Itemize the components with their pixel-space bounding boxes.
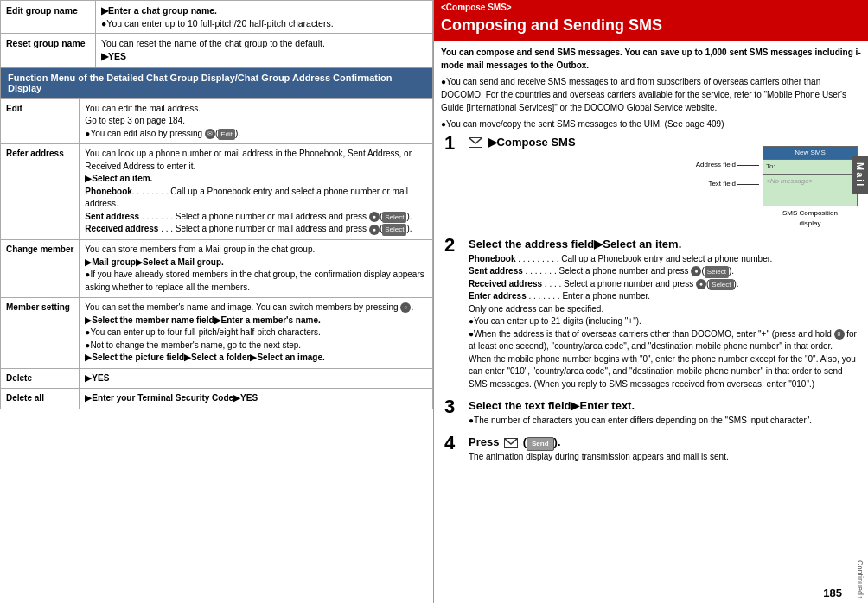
sms-screen: New SMS To: <No message> bbox=[763, 146, 858, 206]
rp-header-tag: <Compose SMS> bbox=[434, 0, 868, 15]
bullet-2: ●You can move/copy the sent SMS messages… bbox=[441, 117, 861, 130]
table-row: Delete ▶YES bbox=[1, 368, 433, 389]
text-line bbox=[737, 184, 759, 185]
row-label: Refer address bbox=[1, 144, 80, 240]
row-content: You can reset the name of the chat group… bbox=[96, 34, 433, 67]
table-row: Refer address You can look up a phone nu… bbox=[1, 144, 433, 240]
table-row: Edit group name ▶Enter a chat group name… bbox=[1, 1, 433, 34]
row-content: You can look up a phone number or mail a… bbox=[80, 144, 433, 240]
continued-tag: Continued↑ bbox=[856, 560, 865, 600]
step-3-title: Select the text field▶Enter text. bbox=[469, 397, 858, 415]
table-row: Edit You can edit the mail address. Go t… bbox=[1, 98, 433, 144]
diagram-labels: Address field Text field bbox=[696, 158, 759, 191]
step-4-detail: The animation display during transmissio… bbox=[469, 451, 858, 464]
text-field-label: Text field bbox=[696, 177, 759, 191]
table-row: Delete all ▶Enter your Terminal Security… bbox=[1, 389, 433, 409]
sms-screen-box: New SMS To: <No message> SMS Composition… bbox=[763, 146, 858, 229]
function-menu-table: Edit You can edit the mail address. Go t… bbox=[0, 98, 433, 409]
right-panel: <Compose SMS> Composing and Sending SMS … bbox=[434, 0, 868, 603]
address-line bbox=[737, 165, 759, 166]
row-label: Delete all bbox=[1, 389, 80, 409]
row-content: ▶Enter your Terminal Security Code▶YES bbox=[80, 389, 433, 409]
left-panel: Edit group name ▶Enter a chat group name… bbox=[0, 0, 434, 603]
row-label: Reset group name bbox=[1, 34, 96, 67]
row-label: Member setting bbox=[1, 298, 80, 369]
intro-text: You can compose and send SMS messages. Y… bbox=[441, 46, 861, 72]
top-table: Edit group name ▶Enter a chat group name… bbox=[0, 0, 433, 67]
function-menu-header: Function Menu of the Detailed Chat Group… bbox=[0, 67, 433, 98]
bullet-1: ●You can send and receive SMS messages t… bbox=[441, 75, 861, 114]
step-2-detail: Phonebook . . . . . . . . . Call up a Ph… bbox=[469, 253, 858, 391]
row-label: Change member bbox=[1, 240, 80, 298]
row-content: ▶YES bbox=[80, 368, 433, 389]
row-content: You can edit the mail address. Go to ste… bbox=[80, 98, 433, 144]
table-row: Change member You can store members from… bbox=[1, 240, 433, 298]
row-label: Edit bbox=[1, 98, 80, 144]
rp-body: You can compose and send SMS messages. Y… bbox=[434, 41, 868, 476]
page-number: 185 bbox=[823, 587, 842, 600]
sms-diagram: Address field Text field New SMS bbox=[696, 146, 858, 229]
row-content: You can set the member's name and image.… bbox=[80, 298, 433, 369]
table-row: Reset group name You can reset the name … bbox=[1, 34, 433, 67]
row-content: You can store members from a Mail group … bbox=[80, 240, 433, 298]
step-2: 2 Select the address field▶Select an ite… bbox=[441, 236, 861, 390]
address-field-label: Address field bbox=[696, 158, 759, 172]
step-4-title: Press (Send). bbox=[469, 434, 858, 451]
row-label: Edit group name bbox=[1, 1, 96, 34]
row-label: Delete bbox=[1, 368, 80, 389]
step-4: 4 Press (Send). The animation display du… bbox=[441, 434, 861, 464]
table-row: Member setting You can set the member's … bbox=[1, 298, 433, 369]
step-1: 1 ▶Compose SMS Address field bbox=[441, 134, 861, 230]
step-3-detail: ●The number of characters you can enter … bbox=[469, 415, 858, 428]
row-content: ▶Enter a chat group name. ●You can enter… bbox=[96, 1, 433, 34]
rp-title: Composing and Sending SMS bbox=[434, 15, 868, 41]
step-3: 3 Select the text field▶Enter text. ●The… bbox=[441, 397, 861, 427]
mail-tab: Mail bbox=[852, 156, 868, 194]
sms-display-label: SMS Compositiondisplay bbox=[763, 208, 858, 229]
step-2-title: Select the address field▶Select an item. bbox=[469, 236, 858, 253]
